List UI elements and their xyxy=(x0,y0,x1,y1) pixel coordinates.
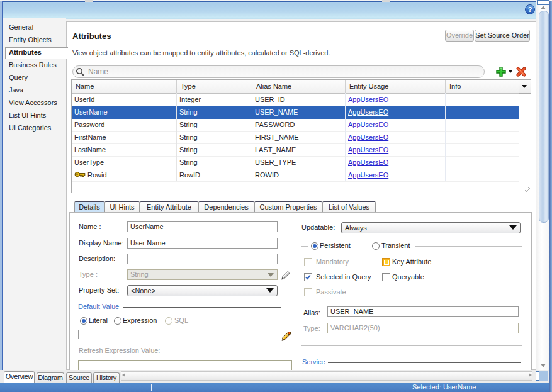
svg-text:?: ? xyxy=(528,6,532,13)
